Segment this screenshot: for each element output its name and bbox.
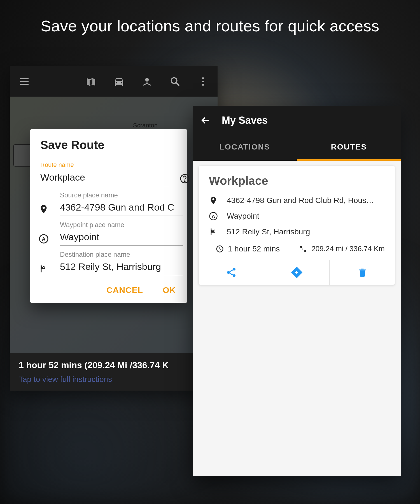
flag-icon: [209, 227, 218, 236]
svg-line-29: [230, 273, 233, 275]
trash-icon: [357, 267, 367, 277]
back-arrow-icon[interactable]: [200, 115, 211, 125]
svg-rect-14: [44, 266, 45, 267]
promo-headline: Save your locations and routes for quick…: [0, 17, 420, 35]
route-card-title: Workplace: [199, 166, 395, 193]
waypoint-name-input[interactable]: Waypoint: [60, 230, 183, 246]
ok-button[interactable]: OK: [163, 285, 176, 295]
search-icon[interactable]: [169, 75, 181, 88]
destination-name-input[interactable]: 512 Reily St, Harrisburg: [60, 260, 183, 275]
svg-point-7: [202, 81, 204, 83]
navigate-button[interactable]: [264, 260, 330, 285]
route-source-text: 4362-4798 Gun and Rod Club Rd, Hous…: [227, 196, 374, 205]
svg-line-5: [176, 83, 179, 86]
svg-point-10: [185, 181, 185, 181]
source-name-input[interactable]: 4362-4798 Gun and Rod C: [60, 200, 183, 216]
share-button[interactable]: [199, 260, 264, 285]
delete-button[interactable]: [330, 260, 395, 285]
svg-rect-21: [213, 230, 213, 231]
svg-line-28: [230, 270, 233, 272]
route-summary-text: 1 hour 52 mins (209.24 Mi /336.74 K: [19, 360, 209, 370]
route-summary-bar[interactable]: 1 hour 52 mins (209.24 Mi /336.74 K Tap …: [10, 353, 218, 391]
destination-name-label: Destination place name: [60, 251, 187, 258]
route-card: Workplace 4362-4798 Gun and Rod Club Rd,…: [199, 166, 395, 285]
toolbar: [10, 66, 218, 97]
tab-routes[interactable]: ROUTES: [297, 135, 401, 161]
waypoint-a-icon: A: [39, 234, 49, 244]
svg-rect-15: [43, 267, 44, 268]
pin-map-icon[interactable]: [141, 75, 153, 88]
svg-point-25: [233, 268, 235, 270]
help-icon[interactable]: [180, 174, 190, 184]
cancel-button[interactable]: CANCEL: [106, 285, 143, 295]
svg-point-6: [202, 77, 204, 79]
route-distance: 209.24 mi / 336.74 Km: [311, 244, 385, 254]
svg-point-24: [304, 250, 307, 252]
flag-icon: [39, 263, 49, 274]
share-icon: [226, 267, 237, 278]
waypoint-a-icon: A: [209, 212, 218, 221]
route-waypoint-text: Waypoint: [227, 212, 259, 221]
svg-text:A: A: [42, 236, 46, 242]
view-instructions-link[interactable]: Tap to view full instructions: [19, 375, 209, 384]
appbar: My Saves: [193, 106, 401, 135]
directions-icon: [291, 266, 303, 279]
save-route-dialog: Save Route Route name Source place name …: [30, 129, 187, 303]
map-icon[interactable]: [85, 75, 97, 88]
more-vertical-icon[interactable]: [197, 75, 209, 88]
phone-screen-right: My Saves LOCATIONS ROUTES Workplace 4362…: [193, 106, 401, 476]
svg-point-4: [171, 78, 177, 83]
page-title: My Saves: [222, 115, 268, 126]
svg-text:A: A: [212, 214, 215, 219]
svg-point-27: [233, 274, 235, 277]
dialog-title: Save Route: [30, 138, 187, 158]
route-destination-text: 512 Reily St, Harrisburg: [227, 227, 310, 236]
svg-point-26: [227, 271, 230, 274]
svg-point-3: [146, 78, 148, 81]
car-icon[interactable]: [113, 75, 125, 88]
pin-icon: [209, 196, 218, 205]
pin-icon: [39, 204, 49, 214]
svg-rect-19: [212, 230, 213, 230]
clock-icon: [216, 245, 224, 253]
svg-rect-20: [213, 230, 214, 230]
tabs: LOCATIONS ROUTES: [193, 135, 401, 161]
route-distance-icon: [299, 245, 307, 253]
source-name-label: Source place name: [60, 191, 187, 199]
svg-point-8: [202, 84, 204, 86]
menu-icon[interactable]: [18, 75, 31, 88]
route-duration: 1 hour 52 mins: [228, 244, 280, 253]
route-name-input[interactable]: [40, 170, 169, 186]
waypoint-name-label: Waypoint place name: [60, 221, 187, 229]
svg-rect-13: [42, 266, 43, 267]
route-name-label: Route name: [40, 161, 187, 169]
tab-locations[interactable]: LOCATIONS: [193, 135, 297, 161]
